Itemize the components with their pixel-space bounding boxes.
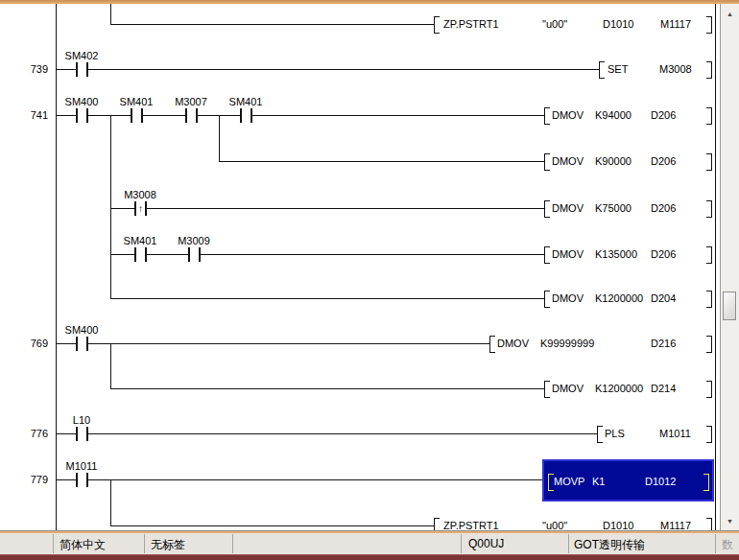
instruction-close-bracket: [706, 336, 712, 353]
wire: [110, 24, 434, 25]
instruction-open-bracket: [597, 426, 603, 443]
rising-edge-icon: ↑: [138, 204, 143, 214]
scroll-down-icon: ▼: [727, 518, 733, 525]
instruction-open-bracket: [544, 153, 550, 171]
wire: [110, 208, 544, 209]
rung-number[interactable]: 779: [6, 474, 48, 485]
rung-number[interactable]: 741: [6, 109, 48, 121]
instruction-close-bracket: [703, 474, 709, 491]
instruction-close-bracket: [706, 246, 712, 264]
statusbar-cpu-type: Q00UJ: [468, 537, 504, 550]
instruction-opcode[interactable]: DMOV: [552, 155, 584, 167]
instruction-operand[interactable]: M3008: [659, 63, 692, 75]
contact-M1011[interactable]: [76, 473, 88, 487]
instruction-close-bracket: [706, 291, 712, 308]
instruction-opcode[interactable]: PLS: [605, 428, 625, 439]
instruction-opcode[interactable]: SET: [608, 63, 628, 75]
instruction-opcode[interactable]: DMOV: [552, 202, 584, 214]
statusbar-language: 简体中文: [60, 537, 106, 553]
statusbar-separator: [144, 534, 145, 553]
statusbar-separator: [232, 534, 233, 553]
wire: [219, 161, 544, 162]
vertical-scrollbar[interactable]: ▲ ▼: [720, 4, 739, 530]
scroll-up-button[interactable]: ▲: [721, 6, 739, 21]
wire: [110, 254, 544, 255]
wire: [56, 433, 597, 434]
instruction-opcode[interactable]: DMOV: [552, 292, 584, 304]
wire: [110, 525, 434, 526]
statusbar-separator: [461, 534, 462, 553]
contact-M3007[interactable]: [185, 108, 198, 123]
wire: [110, 479, 111, 526]
scroll-down-button[interactable]: ▼: [721, 513, 739, 528]
instruction-opcode[interactable]: DMOV: [552, 109, 584, 121]
instruction-operand[interactable]: D204: [651, 292, 676, 304]
instruction-opcode[interactable]: DMOV: [552, 248, 584, 260]
instruction-operand[interactable]: K75000: [595, 202, 632, 214]
instruction-close-bracket: [706, 153, 712, 171]
wire: [110, 388, 544, 389]
instruction-operand[interactable]: D206: [651, 202, 676, 214]
instruction-operand[interactable]: D1012: [645, 476, 676, 487]
instruction-open-bracket: [544, 107, 550, 125]
contact-label: SM402: [48, 50, 115, 61]
instruction-operand[interactable]: D216: [651, 338, 676, 349]
contact-SM400[interactable]: [76, 337, 88, 351]
contact-M3009[interactable]: [188, 247, 201, 262]
instruction-operand[interactable]: D1010: [603, 18, 633, 30]
instruction-close-bracket: [706, 200, 712, 218]
contact-label: SM400: [48, 324, 115, 336]
instruction-operand[interactable]: K99999999: [540, 338, 594, 349]
contact-M3008-rising[interactable]: ↑: [134, 201, 147, 216]
contact-SM401[interactable]: [134, 247, 147, 262]
wire: [56, 69, 600, 70]
contact-label: L10: [48, 414, 115, 426]
instruction-opcode[interactable]: MOVP: [554, 476, 584, 487]
instruction-operand[interactable]: K1200000: [595, 383, 643, 394]
instruction-operand[interactable]: K90000: [595, 155, 632, 167]
contact-SM401[interactable]: [131, 108, 143, 123]
instruction-close-bracket: [706, 61, 712, 79]
contact-L10[interactable]: [76, 427, 88, 441]
wire: [56, 479, 543, 480]
instruction-operand[interactable]: K135000: [595, 248, 637, 260]
instruction-operand[interactable]: K94000: [595, 109, 632, 121]
instruction-operand[interactable]: D206: [651, 109, 676, 121]
wire: [110, 343, 111, 389]
statusbar: 简体中文 无标签 Q00UJ GOT透明传输 数: [0, 533, 739, 554]
instruction-open-bracket: [544, 200, 550, 218]
rung-number[interactable]: 769: [6, 338, 48, 349]
statusbar-label-state: 无标签: [151, 537, 185, 553]
instruction-open-bracket: [544, 381, 550, 398]
instruction-operand[interactable]: "u00": [542, 18, 567, 30]
contact-SM401[interactable]: [240, 108, 252, 123]
wire: [110, 115, 111, 299]
instruction-operand[interactable]: D214: [651, 383, 676, 394]
instruction-opcode[interactable]: ZP.PSTRT1: [443, 18, 499, 30]
contact-SM402[interactable]: [76, 62, 88, 77]
instruction-operand[interactable]: K1200000: [595, 292, 643, 304]
right-power-rail: [715, 4, 716, 530]
scroll-up-icon: ▲: [727, 11, 733, 17]
rung-number[interactable]: 739: [6, 63, 48, 75]
instruction-operand[interactable]: M1011: [659, 428, 691, 439]
statusbar-connection: GOT透明传输: [574, 537, 645, 553]
wire: [110, 298, 544, 299]
instruction-opcode[interactable]: DMOV: [497, 338, 529, 349]
rung-number[interactable]: 776: [6, 428, 48, 439]
scrollbar-thumb[interactable]: [723, 292, 736, 320]
instruction-opcode[interactable]: DMOV: [552, 383, 584, 394]
instruction-open-bracket: [544, 246, 550, 264]
instruction-operand[interactable]: K1: [592, 476, 605, 487]
instruction-operand[interactable]: D206: [651, 248, 676, 260]
instruction-close-bracket: [706, 107, 712, 125]
contact-SM400[interactable]: [76, 108, 88, 123]
instruction-operand[interactable]: M1117: [660, 18, 691, 30]
instruction-open-bracket: [544, 291, 550, 308]
selected-instruction[interactable]: MOVP K1 D1012: [542, 459, 714, 502]
instruction-close-bracket: [706, 381, 712, 398]
statusbar-separator: [53, 534, 54, 553]
instruction-operand[interactable]: D206: [651, 155, 676, 167]
statusbar-separator: [715, 534, 716, 553]
instruction-open-bracket: [489, 336, 495, 353]
